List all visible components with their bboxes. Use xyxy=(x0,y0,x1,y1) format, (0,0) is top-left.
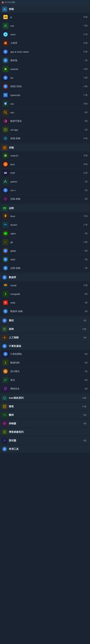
item-docker[interactable]: docker 17篇 xyxy=(0,220,90,229)
item-ios[interactable]: C ios 19篇 xyxy=(0,74,90,82)
category-ops[interactable]: 运维 xyxy=(0,204,90,212)
datastruct-thumb xyxy=(3,360,9,366)
svg-rect-55 xyxy=(3,397,6,399)
datavis-count: 4篇 xyxy=(84,120,87,122)
item-cpp[interactable]: C c/c++ 1篇 xyxy=(0,186,90,195)
ops-label: 运维 xyxy=(9,207,14,210)
item-micro[interactable]: C 微前端 7篇 xyxy=(0,56,90,65)
datavis-name: 数据可视化 xyxy=(10,120,84,122)
item-linux[interactable]: linux 37篇 xyxy=(0,212,90,220)
db-icon: C xyxy=(2,275,7,280)
pattern-count: 1篇 xyxy=(84,370,87,373)
item-python[interactable]: python 1篇 xyxy=(0,177,90,186)
item-mongodb[interactable]: mongodb 8篇 xyxy=(0,290,90,298)
arch-label: 架构 xyxy=(9,328,14,331)
svg-text:X: X xyxy=(2,2,3,3)
opsmisc-count: 7篇 xyxy=(84,267,87,270)
category-translate[interactable]: A 文 翻译 5篇 xyxy=(0,411,90,419)
svg-text:文: 文 xyxy=(5,414,6,416)
category-mac[interactable]: mac装机系列 19篇 xyxy=(0,394,90,402)
category-test[interactable]: C 测试 1篇 xyxy=(0,316,90,324)
item-frontmisc[interactable]: 前端-杂物 33篇 xyxy=(0,134,90,143)
network-thumb: C xyxy=(3,351,9,357)
mongodb-count: 8篇 xyxy=(84,292,87,295)
item-shell[interactable]: C shell 2篇 xyxy=(0,255,90,264)
mongodb-name: mongodb xyxy=(10,293,84,295)
algo-thumb xyxy=(3,377,9,383)
item-git[interactable]: git 13篇 xyxy=(0,238,90,246)
item-vue[interactable]: vue 70篇 xyxy=(0,22,90,30)
item-opsmisc[interactable]: C 运维-杂物 7篇 xyxy=(0,264,90,272)
item-nginx[interactable]: N nginx 4篇 xyxy=(0,229,90,238)
mac-icon xyxy=(2,395,7,401)
interview-icon xyxy=(2,438,7,443)
svg-point-29 xyxy=(6,182,6,182)
misc-count: 3篇 xyxy=(83,422,86,425)
frontend-icon xyxy=(2,6,7,12)
item-php[interactable]: PHP PHP 20篇 xyxy=(0,169,90,177)
linux-thumb xyxy=(3,213,9,219)
engineer-name: 前端工程化 xyxy=(10,85,83,88)
category-note[interactable]: 随笔 11篇 xyxy=(0,402,90,410)
blog-label: 博客搭建系列 xyxy=(9,430,24,434)
item-react[interactable]: ⚛ react 27篇 xyxy=(0,30,90,39)
svg-rect-39 xyxy=(4,224,5,225)
category-tools[interactable]: C 常用工具 xyxy=(0,445,90,453)
item-uni[interactable]: uni-app 1篇 xyxy=(0,126,90,134)
item-engineer[interactable]: C 前端工程化 19篇 xyxy=(0,82,90,91)
section-ops: 运维 linux 37篇 xyxy=(0,204,90,272)
item-network[interactable]: C 计算机网络 8篇 xyxy=(0,350,90,358)
item-js[interactable]: JS js 65篇 xyxy=(0,13,90,22)
item-backmisc[interactable]: 后端-杂物 5篇 xyxy=(0,195,90,203)
category-backend[interactable]: 后端 xyxy=(0,144,90,151)
section-interview: 面试题 5篇 xyxy=(0,436,90,444)
item-redis[interactable]: R redis 3篇 xyxy=(0,298,90,307)
micro-thumb: C xyxy=(3,57,9,64)
item-algo[interactable]: 算法 8篇 xyxy=(0,376,90,384)
opsmisc-thumb: C xyxy=(3,265,9,271)
item-security[interactable]: 网络安全 3篇 xyxy=(0,384,90,393)
svg-point-36 xyxy=(5,214,7,217)
react-count: 27篇 xyxy=(83,33,87,36)
svg-text:小: 小 xyxy=(5,42,7,44)
svg-rect-46 xyxy=(5,328,6,329)
tools-icon: C xyxy=(2,446,7,452)
item-dbmisc[interactable]: C 数据库-杂物 2篇 xyxy=(0,307,90,316)
category-blog[interactable]: 博客搭建系列 xyxy=(0,428,90,436)
item-datastruct[interactable]: 数据结构 4篇 xyxy=(0,358,90,367)
gitlab-count: 6篇 xyxy=(84,250,87,252)
nodejs-name: nodeJS xyxy=(10,154,83,157)
python-count: 1篇 xyxy=(84,180,87,183)
item-nodejs[interactable]: N nodeJS 35篇 xyxy=(0,151,90,160)
nginx-count: 4篇 xyxy=(84,232,87,235)
item-mini[interactable]: 小 小程序 54篇 xyxy=(0,39,90,48)
item-css[interactable]: css 36篇 xyxy=(0,100,90,108)
item-datavis[interactable]: 数据可视化 4篇 xyxy=(0,117,90,126)
item-mysql[interactable]: mysql 32篇 xyxy=(0,281,90,290)
category-arch[interactable]: 架构 16篇 xyxy=(0,325,90,333)
category-misc[interactable]: 杂物篇 3篇 xyxy=(0,419,90,427)
item-app[interactable]: C app & react native 54篇 xyxy=(0,48,90,56)
test-icon: C xyxy=(2,318,7,323)
item-android[interactable]: android 18篇 xyxy=(0,65,90,74)
app-thumb: C xyxy=(3,49,9,55)
item-gitlab[interactable]: C gitlab 6篇 xyxy=(0,246,90,255)
ops-icon xyxy=(2,206,7,211)
note-count: 11篇 xyxy=(82,405,86,408)
item-seo[interactable]: seo 6篇 xyxy=(0,108,90,117)
category-db[interactable]: C 数据库 xyxy=(0,273,90,281)
category-interview[interactable]: 面试题 5篇 xyxy=(0,436,90,444)
nodejs-thumb: N xyxy=(3,152,9,158)
category-frontend[interactable]: 前端 xyxy=(0,5,90,13)
category-ai[interactable]: 人工智能 1篇 xyxy=(0,333,90,341)
nginx-thumb: N xyxy=(3,230,9,236)
item-pattern[interactable]: C 设计模式 1篇 xyxy=(0,367,90,376)
svg-point-68 xyxy=(4,439,5,440)
category-cs[interactable]: C 计算机基础 xyxy=(0,342,90,350)
app-name: app & react native xyxy=(10,50,83,53)
item-ts[interactable]: TS typescript 17篇 xyxy=(0,91,90,100)
item-java[interactable]: J java 39篇 xyxy=(0,160,90,169)
security-name: 网络安全 xyxy=(10,387,84,390)
translate-count: 5篇 xyxy=(83,414,86,416)
mini-name: 小程序 xyxy=(10,42,83,44)
